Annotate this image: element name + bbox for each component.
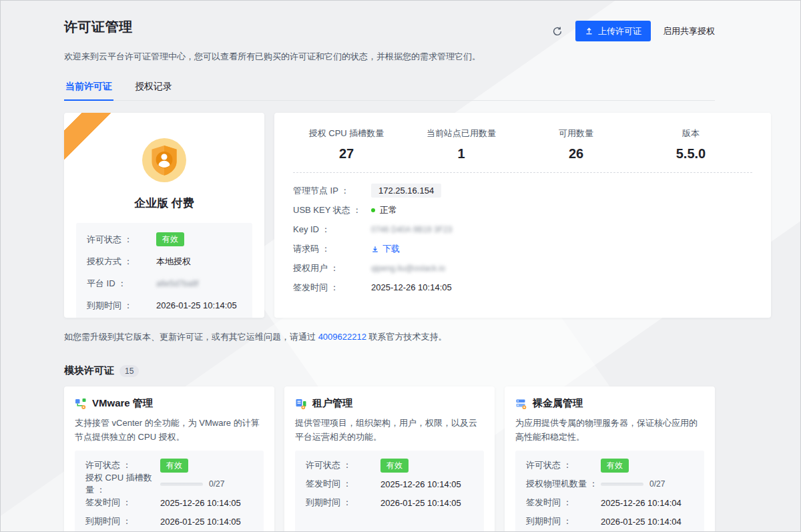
- stat-value: 1: [408, 146, 515, 162]
- quota-progress: 0/27: [160, 479, 224, 489]
- field-expire-time: 到期时间 ： 2026-01-25 10:14:04: [526, 512, 694, 531]
- status-badge: 有效: [601, 459, 629, 473]
- field-label: 到期时间 ：: [87, 300, 156, 312]
- module-fields: 许可状态 ： 有效 签发时间 ： 2025-12-26 10:14:05 到期时…: [295, 451, 484, 532]
- license-stats: 授权 CPU 插槽数量 27 当前站点已用数量 1 可用数量 26 版本 5.5…: [293, 127, 752, 162]
- field-label: 授权物理机数量 ：: [526, 478, 601, 490]
- status-badge: 有效: [160, 459, 188, 473]
- stat-label: 版本: [637, 127, 744, 140]
- enable-shared-auth-button[interactable]: 启用共享授权: [663, 25, 715, 37]
- module-header: 租户管理: [295, 397, 484, 410]
- upload-icon: [585, 27, 593, 35]
- field-mgmt-node-ip: 管理节点 IP ： 172.25.16.154: [293, 181, 752, 200]
- status-badge: 有效: [380, 459, 409, 473]
- field-label: 到期时间 ：: [526, 515, 601, 527]
- edition-name: 企业版 付费: [64, 196, 264, 211]
- field-label: 签发时间 ：: [293, 282, 371, 294]
- page-heading: 许可证管理: [64, 18, 133, 36]
- tenant-module-icon: [295, 398, 307, 410]
- masked-platform-id: a6e5d7ba8f: [156, 279, 198, 288]
- field-physical-machine-quota: 授权物理机数量 ： 0/27: [526, 475, 694, 493]
- module-title: 裸金属管理: [533, 397, 583, 410]
- field-label: 授权方式 ：: [87, 256, 156, 268]
- corner-ribbon: [64, 113, 128, 177]
- modules-count-badge: 15: [119, 365, 139, 377]
- field-value: 本地授权: [156, 256, 191, 268]
- field-label: 许可状态 ：: [87, 234, 156, 246]
- progress-text: 0/27: [649, 479, 665, 489]
- field-issue-time: 签发时间 ： 2025-12-26 10:14:04: [526, 493, 694, 512]
- field-expire-time: 到期时间 ： 2026-01-25 10:14:05: [306, 493, 473, 512]
- field-label: 管理节点 IP ：: [293, 185, 371, 197]
- modules-section-title: 模块许可证: [64, 364, 114, 377]
- field-issue-time: 签发时间 ： 2025-12-26 10:14:05: [293, 278, 752, 297]
- progress-bar: [160, 483, 203, 486]
- field-label: 平台 ID ：: [87, 278, 156, 290]
- page-title: 许可证管理: [64, 18, 133, 36]
- upload-license-label: 上传许可证: [598, 25, 641, 37]
- field-label: 许可状态 ：: [85, 459, 160, 471]
- field-value: 2025-12-26 10:14:05: [160, 498, 241, 508]
- stat-cpu-sockets: 授权 CPU 插槽数量 27: [293, 127, 400, 162]
- header-actions: 上传许可证 启用共享授权: [551, 21, 715, 41]
- field-issue-time: 签发时间 ： 2025-12-26 10:14:05: [85, 493, 253, 512]
- usb-key-status: 正常: [371, 204, 397, 216]
- stat-label: 可用数量: [523, 127, 629, 140]
- field-value: 2026-01-25 10:14:05: [156, 300, 237, 310]
- field-license-status: 许可状态 ： 有效: [306, 456, 473, 475]
- module-header: 裸金属管理: [515, 397, 704, 410]
- module-title: VMware 管理: [92, 397, 153, 410]
- field-license-status: 许可状态 ： 有效: [526, 456, 694, 475]
- field-expire-time: 到期时间 ： 2026-01-25 10:14:05: [87, 294, 242, 316]
- module-description: 提供管理项目，组织架构，用户，权限，以及云平台运营相关的功能。: [295, 416, 484, 444]
- module-fields: 许可状态 ： 有效 授权 CPU 插槽数量 ： 0/27 签发时间 ： 2025…: [75, 451, 264, 532]
- page-header: 许可证管理 上传许可证 启用共享授权: [64, 18, 715, 41]
- field-value: 2025-12-26 10:14:05: [380, 479, 461, 489]
- module-description: 支持接管 vCenter 的全功能，为 VMware 的计算节点提供独立的 CP…: [75, 416, 264, 444]
- field-label: USB KEY 状态 ：: [293, 204, 371, 216]
- content-area: 许可证管理 上传许可证 启用共享授权 欢: [64, 1, 715, 532]
- stat-value: 5.5.0: [637, 146, 744, 162]
- baremetal-module-icon: [515, 398, 527, 410]
- field-label: 请求码 ：: [293, 243, 371, 255]
- progress-text: 0/27: [209, 479, 224, 489]
- refresh-button[interactable]: [551, 25, 563, 37]
- stat-label: 授权 CPU 插槽数量: [293, 127, 400, 140]
- support-note: 如您需升级到其它版本、更新许可证，或有其它运维问题，请通过 4009622212…: [64, 331, 715, 343]
- support-phone-link[interactable]: 4009622212: [318, 332, 366, 342]
- vmware-module-icon: [75, 398, 87, 410]
- field-request-code: 请求码 ： 下载: [293, 239, 752, 258]
- stat-version: 版本 5.5.0: [637, 127, 744, 162]
- field-label: 签发时间 ：: [306, 478, 380, 490]
- field-key-id: Key ID ： 0746 D40A 9B19 3F23: [293, 220, 752, 239]
- progress-bar: [601, 483, 643, 486]
- tab-bar: 当前许可证 授权记录: [64, 75, 715, 101]
- download-link-label: 下载: [382, 243, 400, 255]
- field-platform-id: 平台 ID ： a6e5d7ba8f: [87, 272, 242, 294]
- field-label: Key ID ：: [293, 224, 371, 236]
- stat-used-count: 当前站点已用数量 1: [408, 127, 515, 162]
- field-issue-time: 签发时间 ： 2025-12-26 10:14:05: [306, 475, 473, 493]
- field-label: 签发时间 ：: [85, 497, 160, 509]
- field-label: 授权用户 ：: [293, 262, 371, 274]
- tab-auth-records[interactable]: 授权记录: [134, 75, 174, 100]
- field-value: 2026-01-25 10:14:05: [160, 517, 241, 527]
- tab-current-license[interactable]: 当前许可证: [64, 75, 113, 100]
- enterprise-shield-icon: [142, 138, 186, 182]
- field-usb-key-status: USB KEY 状态 ： 正常: [293, 200, 752, 220]
- license-overview: 企业版 付费 许可状态 ： 有效 授权方式 ： 本地授权 平台 ID ： a6e…: [64, 113, 715, 318]
- download-request-code-link[interactable]: 下载: [371, 243, 400, 255]
- status-badge: 有效: [156, 232, 184, 246]
- field-label: 到期时间 ：: [85, 515, 160, 527]
- support-note-suffix: 联系官方技术支持。: [366, 332, 447, 342]
- field-value: 2025-12-26 10:14:05: [371, 282, 452, 292]
- module-title: 租户管理: [312, 397, 352, 410]
- divider: [293, 172, 752, 173]
- ip-value-tag: 172.25.16.154: [371, 184, 441, 198]
- masked-key-id: 0746 D40A 9B19 3F23: [371, 225, 452, 234]
- page-description: 欢迎来到云平台许可证管理中心，您可以查看所有已购买的许可证和它们的状态，并根据您…: [64, 51, 715, 63]
- stat-value: 27: [293, 146, 400, 162]
- field-label: 许可状态 ：: [306, 459, 380, 471]
- module-description: 为应用提供专属的物理服务器，保证核心应用的高性能和稳定性。: [515, 416, 704, 444]
- upload-license-button[interactable]: 上传许可证: [575, 21, 651, 41]
